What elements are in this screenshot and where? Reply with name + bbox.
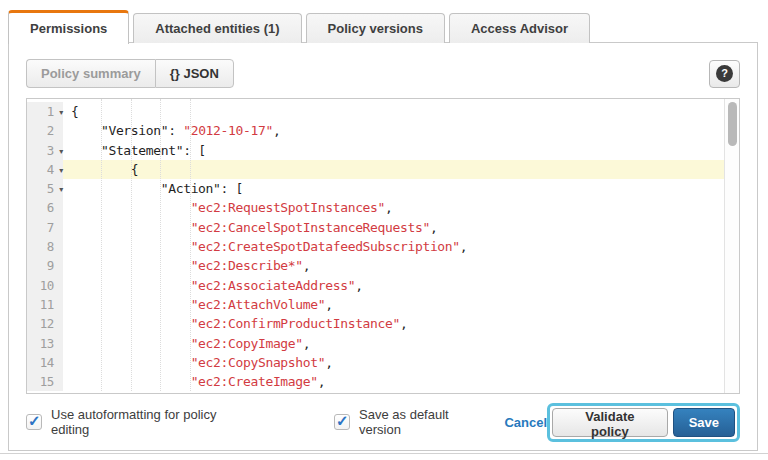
line-number: 5▾ <box>27 179 63 198</box>
help-button[interactable]: ? <box>709 60 740 88</box>
line-number: 15 <box>27 372 63 391</box>
tab-attached-entities-1[interactable]: Attached entities (1) <box>133 13 301 43</box>
indent-guide <box>190 99 191 391</box>
line-number: 11 <box>27 295 63 314</box>
tab-access-advisor[interactable]: Access Advisor <box>449 13 590 43</box>
fold-arrow-icon[interactable]: ▾ <box>59 161 63 180</box>
fold-arrow-icon[interactable]: ▾ <box>59 180 63 199</box>
code-text: "ec2:CopySnapshot", <box>63 353 724 372</box>
policy-summary-button[interactable]: Policy summary <box>26 59 155 88</box>
page-divider <box>0 453 768 454</box>
indent-guide <box>131 99 132 391</box>
line-number: 8 <box>27 237 63 256</box>
view-toggle-group: Policy summary {} JSON <box>26 59 234 88</box>
save-button[interactable]: Save <box>673 408 735 437</box>
code-text: "ec2:CopyImage", <box>63 334 724 353</box>
code-text: "ec2:CreateSpotDatafeedSubscription", <box>63 237 724 256</box>
line-number: 7 <box>27 218 63 237</box>
line-number: 1▾ <box>27 102 63 121</box>
check-icon: ✓ <box>336 412 349 430</box>
line-number: 4▾ <box>27 160 63 179</box>
code-text: "ec2:Describe*", <box>63 256 724 275</box>
code-text: { <box>63 102 724 121</box>
autoformat-label: Use autoformatting for policy editing <box>51 407 250 437</box>
action-buttons-focus-ring: Validate policy Save <box>547 403 740 442</box>
code-text: "ec2:CreateImage", <box>63 372 724 391</box>
policy-editor-page: PermissionsAttached entities (1)Policy v… <box>8 10 758 451</box>
line-number: 14 <box>27 353 63 372</box>
cancel-link[interactable]: Cancel <box>504 415 547 430</box>
tab-permissions[interactable]: Permissions <box>8 10 129 44</box>
line-number: 9 <box>27 256 63 275</box>
code-text: "Version": "2012-10-17", <box>63 121 724 140</box>
line-number: 3▾ <box>27 141 63 160</box>
view-toolbar: Policy summary {} JSON ? <box>26 59 740 88</box>
code-text: "Statement": [ <box>63 141 724 160</box>
code-text: { <box>63 160 724 179</box>
default-version-group: ✓ Save as default version <box>334 407 488 437</box>
code-text: "Action": [ <box>63 179 724 198</box>
code-text: "ec2:RequestSpotInstances", <box>63 198 724 217</box>
line-number: 10 <box>27 276 63 295</box>
line-number: 6 <box>27 198 63 217</box>
indent-guide <box>101 99 102 391</box>
permissions-panel: Policy summary {} JSON ? 1▾{2 "Version":… <box>8 42 758 451</box>
indent-guide <box>160 99 161 391</box>
editor-lines: 1▾{2 "Version": "2012-10-17",3▾ "Stateme… <box>27 99 724 391</box>
fold-arrow-icon[interactable]: ▾ <box>59 142 63 161</box>
question-mark-icon: ? <box>716 65 733 82</box>
code-text: "ec2:AssociateAddress", <box>63 276 724 295</box>
line-number: 2 <box>27 121 63 140</box>
code-text: "ec2:CancelSpotInstanceRequests", <box>63 218 724 237</box>
validate-policy-button[interactable]: Validate policy <box>552 408 668 437</box>
tab-bar: PermissionsAttached entities (1)Policy v… <box>8 10 758 43</box>
autoformat-checkbox[interactable]: ✓ <box>26 414 42 430</box>
code-text: "ec2:AttachVolume", <box>63 295 724 314</box>
fold-arrow-icon[interactable]: ▾ <box>59 103 63 122</box>
code-text: "ec2:ConfirmProductInstance", <box>63 314 724 333</box>
check-icon: ✓ <box>28 412 41 430</box>
default-version-label: Save as default version <box>359 407 488 437</box>
scrollbar-thumb[interactable] <box>728 102 737 146</box>
editor-footer: ✓ Use autoformatting for policy editing … <box>26 400 740 444</box>
json-view-button[interactable]: {} JSON <box>155 59 234 88</box>
autoformat-group: ✓ Use autoformatting for policy editing <box>26 407 250 437</box>
policy-json-editor[interactable]: 1▾{2 "Version": "2012-10-17",3▾ "Stateme… <box>26 98 740 394</box>
editor-scrollbar[interactable] <box>724 99 739 393</box>
line-number: 13 <box>27 334 63 353</box>
line-number: 12 <box>27 314 63 333</box>
tab-policy-versions[interactable]: Policy versions <box>306 13 445 43</box>
default-version-checkbox[interactable]: ✓ <box>334 414 350 430</box>
